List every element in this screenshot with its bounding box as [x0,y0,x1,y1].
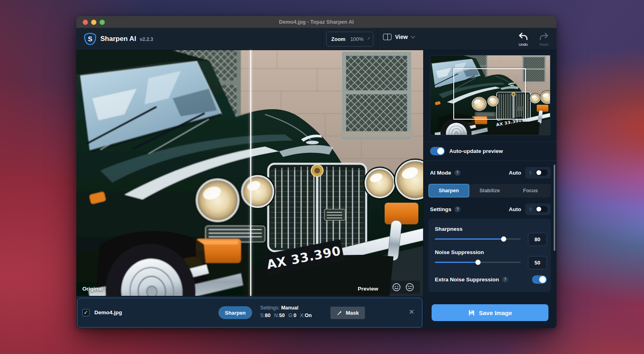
zoom-value: 100% [350,36,363,42]
extra-noise-label: Extra Noise Suppression [435,277,499,283]
slider-knob[interactable] [475,260,481,265]
queue-mode-button[interactable]: Sharpen [218,306,252,319]
original-label: Original [82,286,103,292]
tab-sharpen[interactable]: Sharpen [428,184,469,197]
redo-button[interactable]: Redo [535,33,553,47]
app-header: S Sharpen AI v2.2.3 Zoom 100% View Undo [76,28,556,50]
chevron-down-icon [367,37,370,40]
window-title: Demo4.jpg - Topaz Sharpen AI [279,19,354,25]
undo-arrow-icon [518,33,528,40]
settings-auto-label: Auto [509,206,521,212]
happy-face-icon[interactable] [392,283,401,291]
brush-icon [336,310,342,316]
queue-item: ✓ Demo4.jpg Sharpen Settings: Manual S:8… [77,298,422,328]
titlebar: Demo4.jpg - Topaz Sharpen AI [76,16,556,28]
sharpen-ai-logo-icon: S [84,33,97,46]
file-name: Demo4.jpg [94,309,122,315]
file-checkbox[interactable]: ✓ [82,309,90,316]
navigator-thumbnail[interactable] [430,55,550,135]
zoom-dropdown[interactable]: Zoom 100% [326,32,373,47]
tab-stabilize[interactable]: Stabilize [469,184,510,197]
sharpness-value[interactable]: 80 [528,233,547,246]
ai-mode-auto-label: Auto [509,170,521,176]
sharpness-slider[interactable] [435,236,521,242]
tab-focus[interactable]: Focus [510,184,551,197]
preview-label: Preview [358,286,378,292]
app-name: Sharpen AI [100,35,136,43]
extra-noise-toggle[interactable] [532,275,547,284]
settings-help-icon[interactable]: ? [454,206,461,212]
car-photo: AX 33.390 [76,50,423,296]
mask-button[interactable]: Mask [330,307,365,319]
redo-arrow-icon [539,33,549,40]
svg-text:S: S [88,35,92,43]
ai-mode-auto-toggle[interactable] [525,167,551,179]
ai-mode-help-icon[interactable]: ? [454,170,461,176]
queue-area: ✓ Demo4.jpg Sharpen Settings: Manual S:8… [76,296,423,328]
right-panel: Auto-update preview AI Mode ? Auto Sharp… [423,50,556,328]
navigator-viewport-rect[interactable] [453,68,526,120]
neutral-face-icon[interactable] [406,283,414,291]
settings-auto-toggle[interactable] [525,203,551,215]
panel-scrollbar[interactable] [554,165,555,251]
feedback-buttons [386,281,420,294]
slider-knob[interactable] [501,236,506,242]
ai-mode-row: AI Mode ? Auto [430,167,551,179]
settings-group: Sharpness 80 Noise Suppression 50 Extra … [428,219,551,292]
lightning-icon [528,206,533,213]
ai-mode-tabs: Sharpen Stabilize Focus [428,184,551,197]
app-version: v2.2.3 [140,37,153,42]
noise-suppression-value[interactable]: 50 [528,256,547,269]
auto-update-label: Auto-update preview [449,148,503,154]
settings-row: Settings ? Auto [430,203,551,215]
image-canvas[interactable]: AX 33.390 [76,50,423,296]
auto-update-row: Auto-update preview [430,146,551,155]
extra-noise-row: Extra Noise Suppression ? [435,275,547,284]
auto-update-toggle[interactable] [430,147,445,155]
split-view-icon [383,34,391,40]
sharpness-label: Sharpness [435,226,463,232]
app-window: Demo4.jpg - Topaz Sharpen AI S Sharpen A… [76,16,556,328]
close-file-button[interactable]: ✕ [408,308,416,316]
queue-settings-summary: Settings: Manual S:80N:50G:0X:On [260,304,315,319]
noise-suppression-label: Noise Suppression [435,249,484,255]
close-window-button[interactable] [83,20,88,25]
view-dropdown[interactable]: View [383,34,414,40]
extra-noise-help-icon[interactable]: ? [502,277,508,283]
maximize-window-button[interactable] [100,20,105,25]
minimize-window-button[interactable] [91,20,96,25]
ai-mode-label: AI Mode [430,170,451,176]
noise-suppression-slider[interactable] [435,260,521,265]
compare-split-handle[interactable] [250,50,251,296]
settings-label: Settings [430,206,451,212]
undo-button[interactable]: Undo [514,33,532,47]
save-floppy-icon [468,309,475,316]
save-image-button[interactable]: Save Image [432,304,548,321]
lightning-icon [528,169,533,176]
chevron-down-icon [411,34,415,38]
